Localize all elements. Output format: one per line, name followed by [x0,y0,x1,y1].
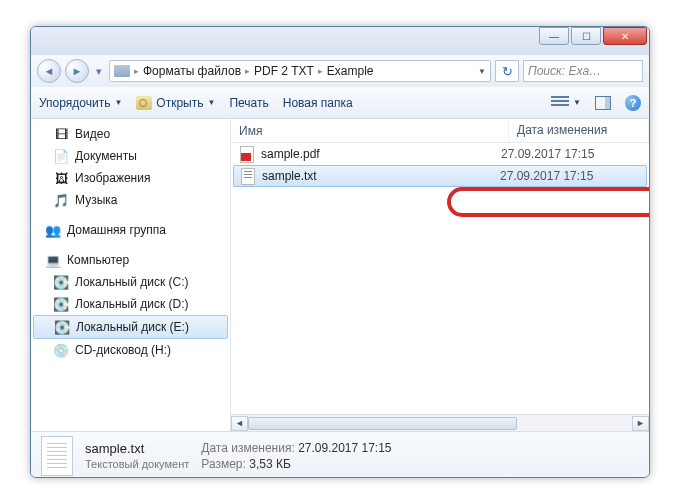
sidebar-item-disk-d[interactable]: 💽Локальный диск (D:) [31,293,230,315]
sidebar-item-disk-e[interactable]: 💽Локальный диск (E:) [33,315,228,339]
history-dropdown[interactable]: ▾ [93,62,105,80]
sidebar-item-music[interactable]: 🎵Музыка [31,189,230,211]
sidebar-item-video[interactable]: 🎞Видео [31,123,230,145]
cd-icon: 💿 [53,342,69,358]
help-button[interactable]: ? [625,95,641,111]
drive-icon: 💽 [53,296,69,312]
horizontal-scrollbar[interactable]: ◄ ► [231,414,649,431]
list-body[interactable]: sample.pdf 27.09.2017 17:15 sample.txt 2… [231,143,649,414]
column-name[interactable]: Имя [231,119,509,142]
homegroup-icon: 👥 [45,222,61,238]
back-button[interactable]: ◄ [37,59,61,83]
organize-button[interactable]: Упорядочить▼ [39,96,122,110]
txt-icon [240,168,256,184]
refresh-button[interactable]: ↻ [495,60,519,82]
breadcrumb-seg[interactable]: PDF 2 TXT [254,64,314,78]
scroll-right-button[interactable]: ► [632,416,649,431]
sidebar-item-homegroup[interactable]: 👥Домашняя группа [31,219,230,241]
drive-icon [114,65,130,77]
forward-button[interactable]: ► [65,59,89,83]
close-button[interactable]: ✕ [603,27,647,45]
minimize-button[interactable]: — [539,27,569,45]
print-button[interactable]: Печать [229,96,268,110]
scroll-left-button[interactable]: ◄ [231,416,248,431]
navigation-pane[interactable]: 🎞Видео 📄Документы 🖼Изображения 🎵Музыка 👥… [31,119,231,431]
view-button[interactable]: ▼ [551,96,581,110]
breadcrumb-dropdown[interactable]: ▼ [478,67,486,76]
breadcrumb-seg[interactable]: Example [327,64,374,78]
pictures-icon: 🖼 [53,170,69,186]
pdf-icon [239,146,255,162]
scroll-thumb[interactable] [248,417,517,430]
details-pane: sample.txt Текстовый документ Дата измен… [31,431,649,478]
new-folder-button[interactable]: Новая папка [283,96,353,110]
sidebar-item-pictures[interactable]: 🖼Изображения [31,167,230,189]
column-date[interactable]: Дата изменения [509,119,649,142]
explorer-window: — ☐ ✕ ◄ ► ▾ ▸ Форматы файлов ▸ PDF 2 TXT… [30,26,650,478]
file-row[interactable]: sample.txt 27.09.2017 17:15 [233,165,647,187]
file-row[interactable]: sample.pdf 27.09.2017 17:15 [231,143,649,165]
breadcrumb-seg[interactable]: Форматы файлов [143,64,241,78]
open-button[interactable]: Открыть▼ [136,96,215,110]
list-header: Имя Дата изменения [231,119,649,143]
sidebar-item-cd-drive[interactable]: 💿CD-дисковод (H:) [31,339,230,361]
sidebar-item-documents[interactable]: 📄Документы [31,145,230,167]
breadcrumb[interactable]: ▸ Форматы файлов ▸ PDF 2 TXT ▸ Example ▼ [109,60,491,82]
details-filetype: Текстовый документ [85,458,189,470]
titlebar: — ☐ ✕ [31,27,649,55]
sidebar-item-disk-c[interactable]: 💽Локальный диск (C:) [31,271,230,293]
music-icon: 🎵 [53,192,69,208]
preview-pane-button[interactable] [595,96,611,110]
computer-icon: 💻 [45,252,61,268]
sidebar-item-computer[interactable]: 💻Компьютер [31,249,230,271]
toolbar: Упорядочить▼ Открыть▼ Печать Новая папка… [31,87,649,119]
details-filename: sample.txt [85,441,189,456]
file-type-icon [41,436,73,476]
documents-icon: 📄 [53,148,69,164]
file-list: Имя Дата изменения sample.pdf 27.09.2017… [231,119,649,431]
disk-icon [136,96,152,110]
annotation-highlight [447,187,649,217]
navigation-bar: ◄ ► ▾ ▸ Форматы файлов ▸ PDF 2 TXT ▸ Exa… [31,55,649,87]
maximize-button[interactable]: ☐ [571,27,601,45]
drive-icon: 💽 [53,274,69,290]
body-area: 🎞Видео 📄Документы 🖼Изображения 🎵Музыка 👥… [31,119,649,431]
drive-icon: 💽 [54,319,70,335]
video-icon: 🎞 [53,126,69,142]
search-input[interactable]: Поиск: Exa… [523,60,643,82]
